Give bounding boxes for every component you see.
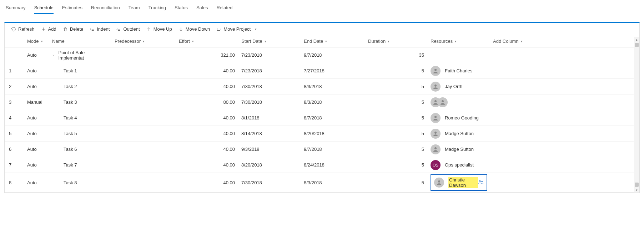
cell-start[interactable]: 9/3/2018 [238,142,301,157]
col-effort[interactable]: Effort▾ [176,35,238,47]
scroll-up-icon[interactable]: ▴ [634,37,639,42]
cell-resources[interactable]: OSOps specialist [428,157,490,173]
col-mode[interactable]: Mode▾ [24,35,49,47]
cell-name[interactable]: Task 1 [49,63,112,78]
cell-start[interactable]: 7/30/2018 [238,94,301,110]
cell-end[interactable]: 8/3/2018 [301,79,365,94]
cell-name[interactable]: Task 7 [49,157,112,173]
cell-resources[interactable] [428,47,490,63]
cell-predecessor[interactable] [112,47,176,63]
tab-tracking[interactable]: Tracking [149,4,166,14]
tab-summary[interactable]: Summary [6,4,26,14]
scroll-thumb[interactable] [635,183,639,187]
tab-estimates[interactable]: Estimates [62,4,82,14]
cell-effort[interactable]: 40.00 [176,142,238,157]
task-row[interactable]: 1AutoTask 140.007/23/20187/27/20185Faith… [5,63,634,79]
cell-end[interactable]: 8/20/2018 [301,126,365,141]
cell-start[interactable]: 7/23/2018 [238,63,301,78]
task-row[interactable]: 5AutoTask 540.008/14/20188/20/20185Madge… [5,126,634,142]
cell-name[interactable]: Task 8 [49,173,112,192]
cell-end[interactable]: 9/7/2018 [301,47,365,63]
refresh-button[interactable]: Refresh [11,26,35,32]
scroll-thumb[interactable] [635,43,639,47]
cell-predecessor[interactable] [112,94,176,110]
cell-mode[interactable]: Auto [24,157,49,173]
cell-resources[interactable]: Faith Charles [428,63,490,78]
tab-related[interactable]: Related [216,4,232,14]
outdent-button[interactable]: Outdent [116,26,140,32]
cell-mode[interactable]: Manual [24,94,49,110]
cell-duration[interactable]: 5 [365,173,428,192]
cell-predecessor[interactable] [112,79,176,94]
cell-end[interactable]: 7/27/2018 [301,63,365,78]
chevron-down-icon[interactable] [52,53,56,57]
task-row[interactable]: 8AutoTask 840.007/30/20188/3/20185Christ… [5,173,634,193]
cell-end[interactable]: 9/7/2018 [301,142,365,157]
indent-button[interactable]: Indent [90,26,110,32]
task-row[interactable]: 4AutoTask 440.008/1/20188/7/20185Romeo G… [5,110,634,126]
cell-start[interactable]: 7/30/2018 [238,79,301,94]
cell-start[interactable]: 8/1/2018 [238,110,301,125]
delete-button[interactable]: Delete [63,26,84,32]
col-duration[interactable]: Duration▾ [365,35,428,47]
col-predecessor[interactable]: Predecessor▾ [112,35,176,47]
cell-predecessor[interactable] [112,142,176,157]
cell-duration[interactable]: 5 [365,94,428,110]
col-name[interactable]: Name [49,35,112,47]
add-button[interactable]: Add [41,26,56,32]
tab-status[interactable]: Status [175,4,188,14]
cell-mode[interactable]: Auto [24,142,49,157]
cell-end[interactable]: 8/3/2018 [301,173,365,192]
cell-predecessor[interactable] [112,157,176,173]
cell-effort[interactable]: 40.00 [176,157,238,173]
tab-sales[interactable]: Sales [196,4,208,14]
cell-duration[interactable]: 5 [365,63,428,78]
cell-effort[interactable]: 40.00 [176,173,238,192]
cell-name[interactable]: Task 5 [49,126,112,141]
cell-mode[interactable]: Auto [24,47,49,63]
tab-reconciliation[interactable]: Reconciliation [91,4,120,14]
task-row[interactable]: 6AutoTask 640.009/3/20189/7/20185Madge S… [5,142,634,157]
moveproject-button[interactable]: Move Project ▾ [216,26,257,32]
cell-name[interactable]: Task 6 [49,142,112,157]
cell-mode[interactable]: Auto [24,126,49,141]
cell-end[interactable]: 8/24/2018 [301,157,365,173]
col-end[interactable]: End Date▾ [301,35,365,47]
cell-name[interactable]: Task 2 [49,79,112,94]
cell-predecessor[interactable] [112,126,176,141]
people-picker-icon[interactable] [478,179,484,186]
cell-effort[interactable]: 40.00 [176,63,238,78]
cell-end[interactable]: 8/7/2018 [301,110,365,125]
movedown-button[interactable]: Move Down [178,26,210,32]
cell-duration[interactable]: 5 [365,157,428,173]
cell-name[interactable]: Task 4 [49,110,112,125]
cell-predecessor[interactable] [112,63,176,78]
tab-team[interactable]: Team [129,4,140,14]
cell-resources[interactable]: Christie Dawson [428,173,490,192]
cell-resources[interactable]: Madge Sutton [428,126,490,141]
task-row[interactable]: 7AutoTask 740.008/20/20188/24/20185OSOps… [5,157,634,173]
cell-mode[interactable]: Auto [24,63,49,78]
cell-predecessor[interactable] [112,173,176,192]
cell-duration[interactable]: 35 [365,47,428,63]
cell-effort[interactable]: 40.00 [176,110,238,125]
cell-mode[interactable]: Auto [24,173,49,192]
cell-resources[interactable]: Madge Sutton [428,142,490,157]
col-add[interactable]: Add Column▾ [490,35,634,47]
cell-mode[interactable]: Auto [24,79,49,94]
cell-start[interactable]: 8/14/2018 [238,126,301,141]
cell-effort[interactable]: 40.00 [176,126,238,141]
scroll-down-icon[interactable]: ▾ [634,188,639,193]
cell-effort[interactable]: 40.00 [176,79,238,94]
cell-duration[interactable]: 5 [365,79,428,94]
resource-editor[interactable]: Christie Dawson [431,174,487,191]
cell-start[interactable]: 7/30/2018 [238,173,301,192]
cell-duration[interactable]: 5 [365,142,428,157]
cell-resources[interactable]: Romeo Gooding [428,110,490,125]
cell-duration[interactable]: 5 [365,126,428,141]
cell-effort[interactable]: 80.00 [176,94,238,110]
cell-name[interactable]: Task 3 [49,94,112,110]
cell-name[interactable]: Point of Sale Implementat [49,47,112,63]
task-row-parent[interactable]: Auto Point of Sale Implementat 321.00 7/… [5,47,634,63]
scrollbar[interactable]: ▴ ▾ [634,37,639,193]
